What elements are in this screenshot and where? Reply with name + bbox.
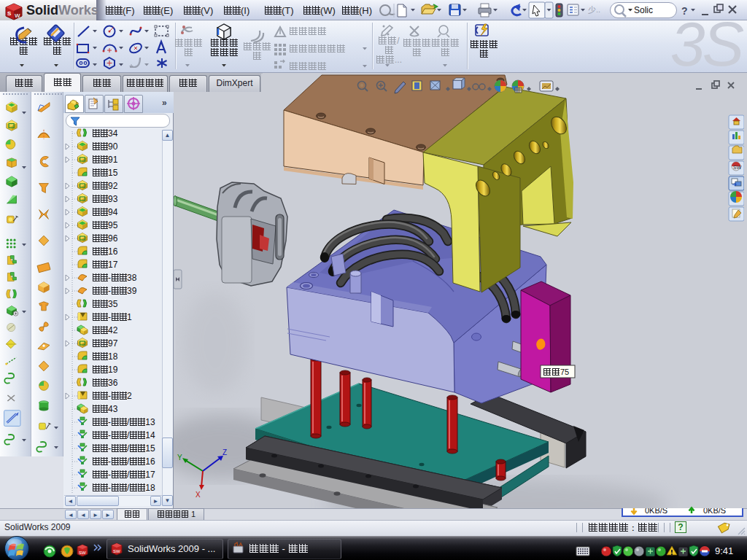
svg-text:Z: Z [222,448,227,456]
svg-text:Y: Y [177,454,182,462]
svg-text:SW: SW [733,165,742,170]
svg-text:X: X [196,491,201,499]
